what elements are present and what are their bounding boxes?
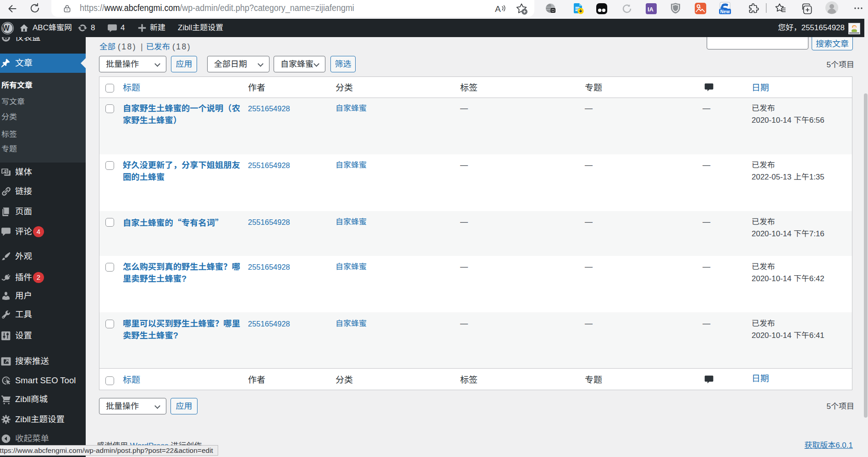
svg-text:New: New [720, 9, 730, 14]
svg-text:A: A [495, 4, 501, 14]
svg-text:IA: IA [648, 6, 654, 13]
svg-text:W: W [3, 24, 10, 32]
